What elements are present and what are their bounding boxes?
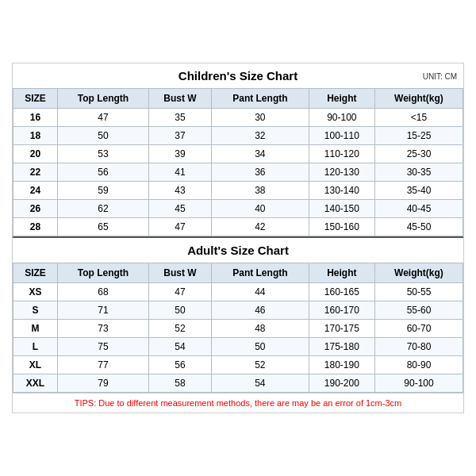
- table-cell: 28: [13, 218, 58, 236]
- table-cell: 100-110: [309, 127, 374, 145]
- adult-col-header: Bust W: [149, 263, 212, 283]
- table-cell: 55-60: [374, 301, 463, 320]
- table-cell: 45-50: [374, 218, 463, 236]
- table-cell: 46: [211, 301, 309, 320]
- table-cell: 180-190: [309, 356, 374, 374]
- children-title-text: Children's Size Chart: [178, 69, 298, 83]
- table-cell: 62: [57, 200, 148, 218]
- table-cell: 44: [211, 283, 309, 301]
- adult-col-header: Top Length: [57, 263, 148, 283]
- table-cell: 170-175: [309, 320, 374, 338]
- table-cell: 120-130: [309, 163, 374, 182]
- table-cell: XL: [13, 356, 58, 374]
- children-col-header: Pant Length: [211, 89, 309, 109]
- size-chart-container: Children's Size Chart UNIT: CM SIZETop L…: [12, 63, 464, 413]
- table-cell: 20: [13, 145, 58, 163]
- table-cell: XXL: [13, 374, 58, 393]
- table-cell: L: [13, 338, 58, 356]
- table-cell: 47: [149, 283, 212, 301]
- table-cell: 58: [149, 374, 212, 393]
- table-row: M735248170-17560-70: [13, 320, 463, 338]
- table-cell: 90-100: [309, 109, 374, 127]
- children-col-header: Height: [309, 89, 374, 109]
- table-cell: 26: [13, 200, 58, 218]
- table-cell: 175-180: [309, 338, 374, 356]
- table-cell: 40: [211, 200, 309, 218]
- children-col-header: Bust W: [149, 89, 212, 109]
- table-row: L755450175-18070-80: [13, 338, 463, 356]
- children-header-row: SIZETop LengthBust WPant LengthHeightWei…: [13, 89, 463, 109]
- table-row: 20533934110-12025-30: [13, 145, 463, 163]
- table-cell: 47: [149, 218, 212, 236]
- table-row: 18503732100-11015-25: [13, 127, 463, 145]
- table-cell: 30: [211, 109, 309, 127]
- children-section-title: Children's Size Chart UNIT: CM: [13, 63, 463, 88]
- table-cell: 73: [57, 320, 148, 338]
- table-cell: 150-160: [309, 218, 374, 236]
- table-row: XL775652180-19080-90: [13, 356, 463, 374]
- table-cell: XS: [13, 283, 58, 301]
- table-cell: 16: [13, 109, 58, 127]
- table-cell: 77: [57, 356, 148, 374]
- table-cell: 35-40: [374, 182, 463, 200]
- children-col-header: Top Length: [57, 89, 148, 109]
- table-cell: 90-100: [374, 374, 463, 393]
- table-cell: 50: [211, 338, 309, 356]
- table-cell: 52: [211, 356, 309, 374]
- table-cell: 50: [149, 301, 212, 320]
- table-row: 26624540140-15040-45: [13, 200, 463, 218]
- table-cell: 53: [57, 145, 148, 163]
- table-cell: 37: [149, 127, 212, 145]
- table-cell: 40-45: [374, 200, 463, 218]
- table-cell: 43: [149, 182, 212, 200]
- table-cell: 190-200: [309, 374, 374, 393]
- adult-col-header: SIZE: [13, 263, 58, 283]
- table-cell: 130-140: [309, 182, 374, 200]
- table-cell: 22: [13, 163, 58, 182]
- table-cell: 71: [57, 301, 148, 320]
- table-cell: 56: [149, 356, 212, 374]
- table-cell: 25-30: [374, 145, 463, 163]
- table-cell: 18: [13, 127, 58, 145]
- table-cell: 35: [149, 109, 212, 127]
- table-row: 1647353090-100<15: [13, 109, 463, 127]
- table-cell: 32: [211, 127, 309, 145]
- table-cell: <15: [374, 109, 463, 127]
- table-cell: 50-55: [374, 283, 463, 301]
- table-cell: 48: [211, 320, 309, 338]
- table-cell: 54: [211, 374, 309, 393]
- table-cell: 54: [149, 338, 212, 356]
- adult-title-text: Adult's Size Chart: [187, 244, 289, 257]
- table-cell: M: [13, 320, 58, 338]
- adult-header-row: SIZETop LengthBust WPant LengthHeightWei…: [13, 263, 463, 283]
- table-cell: 80-90: [374, 356, 463, 374]
- table-cell: 47: [57, 109, 148, 127]
- table-cell: 160-165: [309, 283, 374, 301]
- table-cell: 65: [57, 218, 148, 236]
- tips-text: TIPS: Due to different measurement metho…: [13, 393, 463, 413]
- table-cell: 15-25: [374, 127, 463, 145]
- table-cell: 30-35: [374, 163, 463, 182]
- table-cell: 68: [57, 283, 148, 301]
- table-row: XS684744160-16550-55: [13, 283, 463, 301]
- table-cell: 24: [13, 182, 58, 200]
- table-cell: 110-120: [309, 145, 374, 163]
- table-cell: 39: [149, 145, 212, 163]
- children-col-header: Weight(kg): [374, 89, 463, 109]
- table-cell: 70-80: [374, 338, 463, 356]
- table-cell: 75: [57, 338, 148, 356]
- table-cell: 160-170: [309, 301, 374, 320]
- children-table: SIZETop LengthBust WPant LengthHeightWei…: [13, 88, 463, 236]
- table-row: S715046160-17055-60: [13, 301, 463, 320]
- children-col-header: SIZE: [13, 89, 58, 109]
- table-cell: 41: [149, 163, 212, 182]
- table-cell: 34: [211, 145, 309, 163]
- table-cell: 50: [57, 127, 148, 145]
- table-cell: 140-150: [309, 200, 374, 218]
- table-cell: 45: [149, 200, 212, 218]
- table-cell: 60-70: [374, 320, 463, 338]
- table-row: 22564136120-13030-35: [13, 163, 463, 182]
- table-cell: 79: [57, 374, 148, 393]
- table-cell: 52: [149, 320, 212, 338]
- adult-col-header: Weight(kg): [374, 263, 463, 283]
